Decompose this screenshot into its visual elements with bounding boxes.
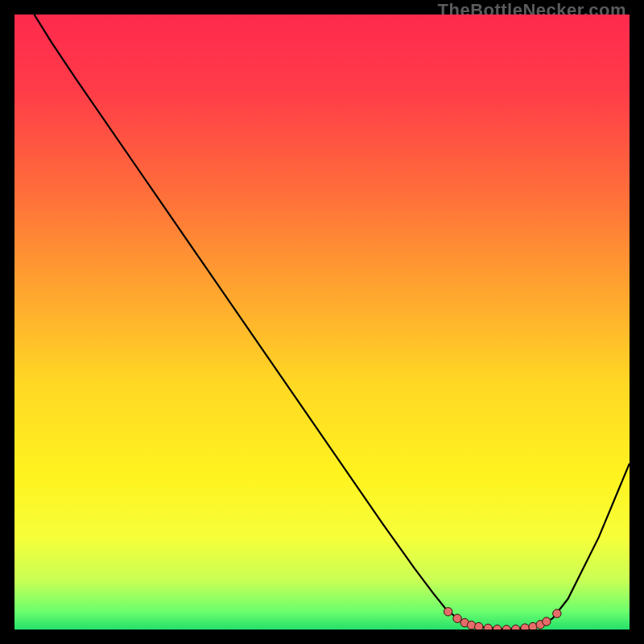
curve-marker: [467, 621, 475, 629]
curve-marker: [484, 624, 492, 630]
curve-marker: [543, 617, 551, 625]
gradient-background: [14, 14, 630, 630]
chart-svg: [14, 14, 630, 630]
curve-marker: [553, 609, 561, 617]
curve-marker: [475, 622, 483, 630]
plot-area: [14, 14, 630, 630]
curve-marker: [521, 624, 529, 630]
curve-marker: [493, 625, 502, 630]
curve-marker: [444, 608, 452, 616]
chart-frame: TheBottleNecker.com: [0, 0, 644, 644]
curve-marker: [511, 625, 519, 630]
curve-marker: [453, 614, 461, 622]
